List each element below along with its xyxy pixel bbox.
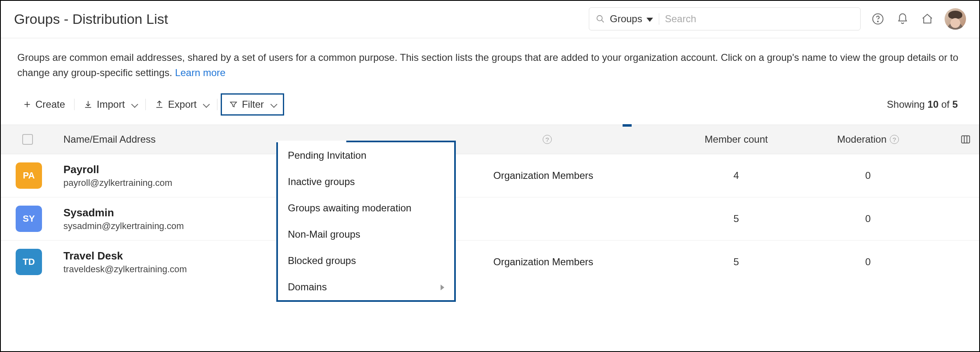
filter-dropdown-menu: Pending Invitation Inactive groups Group… [276, 141, 456, 302]
search-scope-dropdown[interactable]: Groups [610, 13, 659, 25]
group-badge: PA [16, 162, 42, 189]
home-icon[interactable] [920, 12, 935, 26]
svg-point-3 [877, 21, 878, 22]
moderation-count: 0 [798, 256, 938, 268]
access-level: Organization Members [493, 170, 674, 181]
import-label: Import [97, 99, 125, 110]
table-row[interactable]: SY Sysadmin sysadmin@zylkertraining.com … [1, 197, 979, 241]
export-button[interactable]: Export [149, 96, 214, 113]
chevron-down-icon [129, 99, 136, 110]
group-badge: SY [16, 206, 42, 232]
svg-point-0 [597, 16, 602, 21]
group-badge: TD [16, 249, 42, 275]
access-level: Organization Members [493, 256, 674, 268]
table-row[interactable]: TD Travel Desk traveldesk@zylkertraining… [1, 241, 979, 283]
help-icon[interactable]: ? [890, 135, 899, 144]
col-access[interactable]: ? [543, 135, 674, 144]
caret-down-icon [645, 13, 653, 25]
toolbar-divider [217, 99, 217, 110]
svg-rect-6 [961, 136, 970, 143]
chevron-right-icon [441, 281, 444, 293]
avatar[interactable] [945, 8, 966, 30]
bell-icon[interactable] [895, 12, 910, 26]
toolbar-divider [145, 99, 146, 110]
col-member-count[interactable]: Member count [674, 134, 798, 145]
filter-option-blocked-groups[interactable]: Blocked groups [278, 248, 454, 274]
member-count: 5 [674, 213, 798, 225]
filter-option-domains[interactable]: Domains [278, 274, 454, 300]
page-title: Groups - Distribution List [14, 11, 168, 27]
search-bar[interactable]: Groups [589, 7, 861, 30]
create-label: Create [35, 99, 65, 110]
showing-indicator: Showing 10 of 5 [887, 99, 963, 110]
filter-option-non-mail-groups[interactable]: Non-Mail groups [278, 221, 454, 248]
filter-option-awaiting-moderation[interactable]: Groups awaiting moderation [278, 195, 454, 221]
filter-option-inactive-groups[interactable]: Inactive groups [278, 169, 454, 195]
table-header: Name/Email Address ? Member count Modera… [1, 125, 979, 154]
toolbar-divider [74, 99, 75, 110]
column-settings-button[interactable] [938, 134, 971, 145]
table-body: PA Payroll payroll@zylkertraining.com Or… [1, 154, 979, 283]
moderation-count: 0 [798, 170, 938, 181]
member-count: 5 [674, 256, 798, 268]
search-icon [596, 14, 605, 23]
select-all-checkbox[interactable] [22, 134, 33, 145]
member-count: 4 [674, 170, 798, 181]
chevron-down-icon [201, 99, 208, 110]
export-label: Export [168, 99, 196, 110]
moderation-count: 0 [798, 213, 938, 225]
filter-option-pending-invitation[interactable]: Pending Invitation [278, 142, 454, 169]
page-description: Groups are common email addresses, share… [1, 38, 979, 85]
sort-indicator [623, 124, 632, 127]
create-button[interactable]: Create [17, 96, 71, 113]
col-moderation[interactable]: Moderation ? [798, 134, 938, 145]
filter-button[interactable]: Filter [221, 93, 284, 116]
help-icon[interactable]: ? [543, 135, 552, 144]
import-button[interactable]: Import [78, 96, 142, 113]
help-icon[interactable] [870, 12, 885, 26]
search-input[interactable] [665, 13, 854, 25]
search-scope-label: Groups [610, 13, 642, 25]
chevron-down-icon [268, 99, 275, 110]
table-row[interactable]: PA Payroll payroll@zylkertraining.com Or… [1, 154, 979, 197]
svg-line-1 [602, 20, 604, 22]
filter-label: Filter [242, 99, 264, 110]
learn-more-link[interactable]: Learn more [175, 67, 226, 78]
